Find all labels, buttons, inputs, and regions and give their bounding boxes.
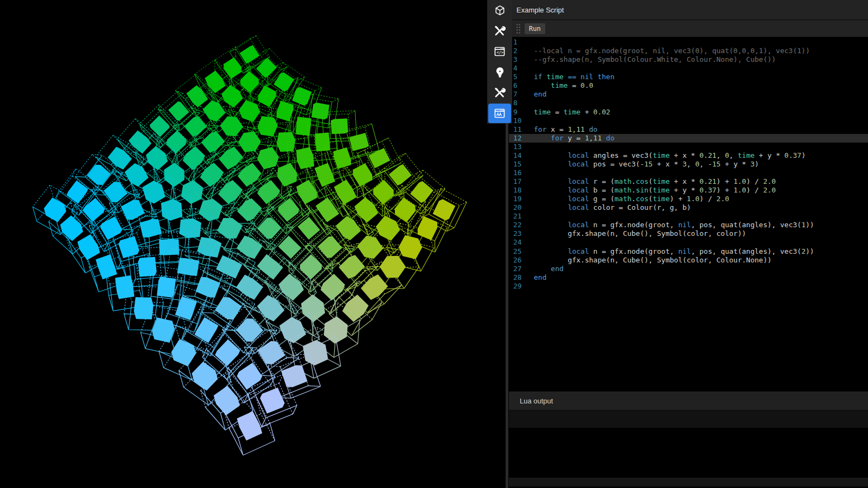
- line-number: 22: [509, 221, 525, 229]
- code-line-text: if time == nil then: [525, 73, 615, 81]
- code-line-text: end: [525, 273, 546, 282]
- toolbar-button-code-window[interactable]: </>: [487, 41, 512, 62]
- code-line[interactable]: 14 local angles = vec3(time + x * 0.21, …: [509, 151, 868, 160]
- code-line[interactable]: 22 local n = gfx.node(groot, nil, pos, q…: [509, 221, 868, 229]
- code-line[interactable]: 23 gfx.shape(n, Cube(), Symbol(color, co…: [509, 229, 868, 238]
- code-line[interactable]: 13: [509, 143, 868, 151]
- code-line-text: time = 0.0: [525, 81, 593, 90]
- run-button[interactable]: Run: [525, 23, 545, 34]
- line-number: 29: [509, 282, 525, 291]
- code-line[interactable]: 20 local color = Colour(r, g, b): [509, 203, 868, 212]
- code-line-text: for y = 1,11 do: [525, 134, 615, 143]
- code-line[interactable]: 29: [509, 282, 868, 291]
- code-line[interactable]: 3--gfx.shape(n, Symbol(Colour.White, Col…: [509, 55, 868, 64]
- code-line[interactable]: 12 for y = 1,11 do: [509, 134, 868, 143]
- code-line-text: --local n = gfx.node(groot, nil, vec3(0)…: [525, 47, 810, 55]
- code-line[interactable]: 18 local b = (math.sin(time + y * 0.37) …: [509, 186, 868, 195]
- code-line-text: local n = gfx.node(groot, nil, pos, quat…: [525, 221, 814, 229]
- tools-icon: [493, 86, 506, 99]
- code-line[interactable]: 9time = time + 0.02: [509, 108, 868, 117]
- script-panel-title: Example Script: [509, 6, 564, 14]
- code-line[interactable]: 7end: [509, 90, 868, 99]
- toolbar: </>: [487, 0, 512, 124]
- line-number: 24: [509, 238, 525, 247]
- code-window-icon: </>: [493, 45, 506, 58]
- line-number: 11: [509, 125, 525, 134]
- code-line-text: [525, 99, 534, 107]
- run-bar: Run: [509, 20, 868, 37]
- toolbar-button-tools-2[interactable]: [487, 82, 512, 103]
- code-line-text: local b = (math.sin(time + y * 0.37) + 1…: [525, 186, 776, 195]
- script-panel: Example Script Run 12--local n = gfx.nod…: [509, 0, 868, 488]
- line-number: 16: [509, 169, 525, 177]
- output-panel-title: Lua output: [509, 397, 553, 405]
- code-line-text: [525, 282, 534, 291]
- code-line[interactable]: 16: [509, 169, 868, 177]
- code-line[interactable]: 4: [509, 64, 868, 73]
- code-line[interactable]: 10: [509, 117, 868, 125]
- line-number: 28: [509, 273, 525, 282]
- code-line-text: gfx.shape(n, Cube(), Symbol(color, color…: [525, 229, 746, 238]
- code-line[interactable]: 5if time == nil then: [509, 73, 868, 81]
- line-number: 13: [509, 143, 525, 151]
- code-line[interactable]: 17 local r = (math.cos(time + x * 0.21) …: [509, 177, 868, 186]
- script-panel-header: Example Script: [509, 0, 868, 20]
- drag-handle-icon[interactable]: [516, 23, 521, 34]
- line-number: 25: [509, 247, 525, 256]
- code-line-text: [525, 38, 534, 47]
- line-number: 15: [509, 160, 525, 169]
- toolbar-button-lightbulb[interactable]: [487, 62, 512, 82]
- code-line[interactable]: 15 local pos = vec3(-15 + x * 3, 0, -15 …: [509, 160, 868, 169]
- code-line[interactable]: 11for x = 1,11 do: [509, 125, 868, 134]
- toolbar-button-tools[interactable]: [487, 21, 512, 41]
- line-number: 21: [509, 212, 525, 221]
- line-number: 14: [509, 151, 525, 160]
- output-console-line: [509, 410, 868, 428]
- line-number: 12: [509, 134, 525, 143]
- code-line-text: local color = Colour(r, g, b): [525, 203, 691, 212]
- code-editor[interactable]: 12--local n = gfx.node(groot, nil, vec3(…: [509, 38, 868, 391]
- line-number: 27: [509, 265, 525, 273]
- code-line[interactable]: 21: [509, 212, 868, 221]
- code-line-text: local r = (math.cos(time + x * 0.21) + 1…: [525, 177, 776, 186]
- script-window-icon: [488, 104, 511, 123]
- toolbar-button-cube[interactable]: [487, 0, 512, 21]
- code-line-text: local angles = vec3(time + x * 0.21, 0, …: [525, 151, 806, 160]
- tools-icon: [493, 24, 506, 37]
- code-line[interactable]: 24: [509, 238, 868, 247]
- code-line-text: end: [525, 90, 546, 99]
- output-input[interactable]: [509, 478, 868, 488]
- code-line[interactable]: 25 local n = gfx.node(groot, nil, pos, q…: [509, 247, 868, 256]
- code-line[interactable]: 28end: [509, 273, 868, 282]
- code-line-text: [525, 238, 534, 247]
- line-number: 17: [509, 177, 525, 186]
- code-line-text: [525, 169, 534, 177]
- line-number: 23: [509, 229, 525, 238]
- lightbulb-icon: [494, 66, 506, 79]
- code-line-text: [525, 64, 534, 73]
- 3d-viewport[interactable]: [0, 0, 487, 488]
- toolbar-button-script-window[interactable]: [487, 103, 512, 124]
- code-line[interactable]: 6 time = 0.0: [509, 81, 868, 90]
- code-line[interactable]: 2--local n = gfx.node(groot, nil, vec3(0…: [509, 47, 868, 55]
- code-line[interactable]: 26 gfx.shape(n, Cube(), Symbol(color, Co…: [509, 256, 868, 265]
- code-line-text: for x = 1,11 do: [525, 125, 597, 134]
- code-line-text: local n = gfx.node(groot, nil, pos, quat…: [525, 247, 814, 256]
- code-line-text: local pos = vec3(-15 + x * 3, 0, -15 + y…: [525, 160, 759, 169]
- code-line-text: [525, 143, 534, 151]
- code-line-text: end: [525, 265, 564, 273]
- code-line[interactable]: 1: [509, 38, 868, 47]
- code-line[interactable]: 8: [509, 99, 868, 107]
- output-console: [509, 428, 868, 478]
- code-line[interactable]: 19 local g = (math.cos(time) + 1.0) / 2.…: [509, 195, 868, 203]
- code-line-text: local g = (math.cos(time) + 1.0) / 2.0: [525, 195, 729, 203]
- code-line[interactable]: 27 end: [509, 265, 868, 273]
- code-line-text: --gfx.shape(n, Symbol(Colour.White, Colo…: [525, 55, 776, 64]
- line-number: 20: [509, 203, 525, 212]
- code-line-text: [525, 212, 534, 221]
- line-number: 26: [509, 256, 525, 265]
- code-line-text: gfx.shape(n, Cube(), Symbol(color, Colou…: [525, 256, 771, 265]
- code-line-text: time = time + 0.02: [525, 108, 610, 117]
- svg-text:</>: </>: [496, 50, 504, 55]
- line-number: 19: [509, 195, 525, 203]
